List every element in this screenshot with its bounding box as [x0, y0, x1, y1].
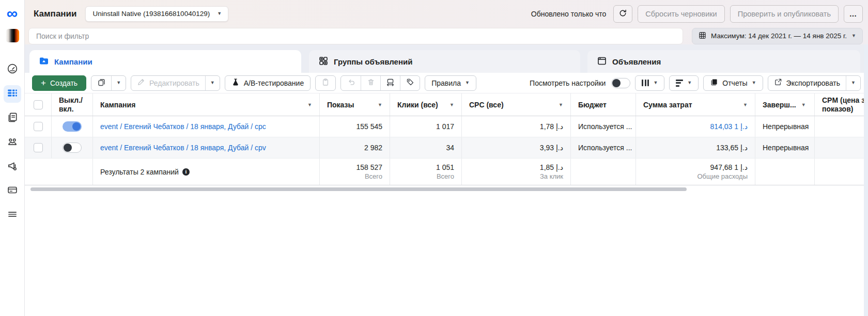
sidebar-item-ads-tools[interactable] [4, 158, 21, 176]
columns-button[interactable]: ▼ [635, 75, 664, 91]
date-range-value: Максимум: 14 дек 2021 г. — 14 янв 2025 г… [711, 32, 847, 40]
create-button[interactable]: + Создать [32, 75, 86, 91]
summary-stat: د.إ 1 947,68 Общие расходы [697, 163, 748, 181]
select-all-checkbox[interactable] [34, 100, 43, 109]
summary-label-cell: Результаты 2 кампаний i [93, 159, 320, 185]
export-button[interactable]: Экспортировать [768, 76, 846, 90]
undo-icon [347, 78, 355, 88]
delete-button[interactable] [361, 76, 380, 90]
date-range-button[interactable]: Максимум: 14 дек 2021 г. — 14 янв 2025 г… [692, 28, 863, 44]
toolbar-right: Посмотреть настройки ▼ ▼ Отчеты ▼ [530, 75, 861, 91]
ends-cell: Непрерывная [755, 116, 815, 137]
refresh-button[interactable] [613, 5, 632, 23]
campaign-name-link[interactable]: event / Евгений Чебатков / 18 января, Ду… [100, 122, 266, 131]
edit-button[interactable]: Редактировать [131, 76, 205, 90]
col-header-impressions[interactable]: Показы ▼ [320, 93, 390, 116]
campaigns-table-icon [7, 87, 18, 101]
reports-button[interactable]: Отчеты ▼ [703, 75, 763, 91]
col-header-cpm[interactable]: CPM (цена за показов) [815, 93, 868, 116]
col-header-spend[interactable]: Сумма затрат ▼ [636, 93, 755, 116]
rules-button[interactable]: Правила ▼ [425, 75, 476, 91]
row-toggle-cell [52, 116, 93, 137]
summary-row: Результаты 2 кампаний i 158 527 Всего 1 … [25, 159, 868, 185]
trash-icon [367, 78, 375, 88]
flask-icon [231, 78, 240, 88]
row-select-cell [25, 116, 52, 137]
edit-split-button: Редактировать ▼ [131, 75, 220, 91]
col-header-ends[interactable]: Заверш... ▼ [755, 93, 815, 116]
more-button[interactable]: … [844, 5, 863, 23]
col-header-clicks[interactable]: Клики (все) ▼ [390, 93, 462, 116]
row-checkbox[interactable] [34, 122, 43, 131]
review-publish-button[interactable]: Проверить и опубликовать [730, 5, 839, 23]
sidebar-item-campaigns[interactable] [4, 85, 21, 103]
paste-button[interactable] [316, 76, 335, 90]
gauge-icon [7, 63, 18, 76]
summary-stat: 158 527 Всего [356, 163, 382, 181]
row-select-cell [25, 137, 52, 158]
col-header-cpc[interactable]: CPC (все) ▼ [462, 93, 571, 116]
col-header-campaign[interactable]: Кампания ▼ [93, 93, 320, 116]
review-publish-label: Проверить и опубликовать [738, 10, 831, 18]
row-checkbox[interactable] [34, 143, 43, 152]
discard-drafts-button[interactable]: Сбросить черновики [638, 5, 724, 23]
columns-icon [642, 80, 649, 86]
vertical-scrollbar[interactable] [864, 44, 868, 316]
campaign-toggle[interactable] [63, 121, 82, 132]
view-settings-label: Посмотреть настройки [530, 79, 606, 87]
chevron-down-icon: ▼ [210, 81, 215, 85]
impressions-cell: 2 982 [320, 137, 390, 158]
campaign-name-cell: event / Евгений Чебатков / 18 января, Ду… [93, 137, 320, 158]
undo-button[interactable] [341, 76, 361, 90]
move-button[interactable] [380, 76, 400, 90]
table-row: event / Евгений Чебатков / 18 января, Ду… [25, 137, 868, 159]
tab-ads[interactable]: Объявления [587, 50, 860, 73]
edit-options-button[interactable]: ▼ [205, 76, 220, 90]
sort-caret-icon: ▼ [307, 102, 312, 107]
meta-logo-icon[interactable]: ∞ [7, 5, 18, 22]
sidebar-item-overview[interactable] [4, 61, 21, 78]
duplicate-button[interactable] [91, 76, 111, 90]
col-header-budget[interactable]: Бюджет [571, 93, 636, 116]
search-input[interactable] [28, 28, 683, 44]
col-label: Выкл./вкл. [59, 96, 85, 114]
sidebar-item-all-tools[interactable] [4, 207, 21, 224]
summary-impressions-cell: 158 527 Всего [320, 159, 390, 185]
campaign-name-cell: event / Евгений Чебатков / 18 января, Ду… [93, 116, 320, 137]
tag-button[interactable] [400, 76, 420, 90]
sidebar-item-billing[interactable] [4, 182, 21, 200]
reports-label: Отчеты [722, 79, 747, 87]
top-bar-actions: Обновлено только что Сбросить черновики … [531, 5, 863, 23]
tab-campaigns[interactable]: Кампании [29, 50, 301, 73]
sort-caret-icon: ▼ [801, 102, 806, 107]
left-sidebar: ∞ [0, 0, 25, 316]
people-icon [7, 136, 18, 149]
clicks-cell: 1 017 [390, 116, 462, 137]
col-label: Клики (все) [397, 101, 438, 109]
spend-link[interactable]: د.إ 1 814,03 [710, 122, 748, 131]
spend-cell: د.إ 1 814,03 [636, 116, 755, 137]
duplicate-split-button: ▼ [91, 75, 126, 91]
campaign-name-link[interactable]: event / Евгений Чебатков / 18 января, Ду… [100, 144, 266, 152]
ab-test-button[interactable]: A/B-тестирование [225, 75, 311, 91]
adsets-grid-icon [318, 56, 329, 68]
view-settings-toggle[interactable] [611, 78, 630, 88]
sidebar-item-pages[interactable] [4, 109, 21, 127]
rules-label: Правила [431, 79, 461, 87]
horizontal-scrollbar-thumb[interactable] [30, 187, 687, 191]
account-selector[interactable]: Uninstall Native (1938166810040129) ▼ [85, 6, 229, 22]
breakdown-icon [676, 80, 683, 87]
chevron-down-icon: ▼ [116, 81, 121, 85]
campaign-toggle[interactable] [63, 143, 82, 153]
account-avatar[interactable] [6, 29, 19, 42]
info-icon[interactable]: i [182, 168, 190, 176]
summary-clicks-cell: 1 051 Всего [390, 159, 462, 185]
export-options-button[interactable]: ▼ [846, 76, 860, 90]
tab-band: Кампании Группы объявлений Объявления [25, 44, 868, 73]
duplicate-options-button[interactable]: ▼ [111, 76, 126, 90]
ellipsis-icon: … [849, 10, 858, 18]
sidebar-item-audiences[interactable] [4, 134, 21, 151]
breakdown-button[interactable]: ▼ [669, 75, 699, 91]
tab-adsets[interactable]: Группы объявлений [309, 50, 580, 73]
summary-stat: د.إ 1,85 За клик [540, 163, 563, 181]
